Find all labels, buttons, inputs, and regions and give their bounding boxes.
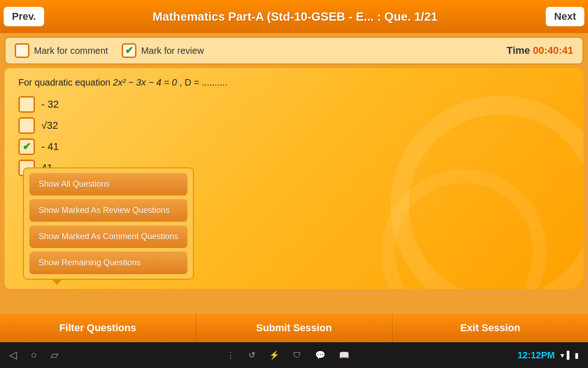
option-3-checkmark-icon: ✔ <box>23 141 31 153</box>
main-content: For quadratic equation 2x² − 3x − 4 = 0 … <box>5 68 583 289</box>
exit-session-button[interactable]: Exit Session <box>393 314 588 342</box>
mark-review-label: Mark for review <box>141 46 204 56</box>
show-all-questions-button[interactable]: Show All Questions <box>29 173 187 196</box>
show-remaining-questions-button[interactable]: Show Remaining Questions <box>29 252 187 274</box>
android-status: 12:12PM ▾ ▌ ▮ <box>517 350 579 361</box>
shield-icon: 🛡 <box>293 351 301 360</box>
android-nav-buttons: ◁ ○ ▱ <box>9 349 58 361</box>
mark-comment-checkbox[interactable] <box>15 43 29 58</box>
android-nav-bar: ◁ ○ ▱ ⋮ ↺ ⚡ 🛡 💬 📖 12:12PM ▾ ▌ ▮ <box>0 342 588 368</box>
bottom-bar: Filter Questions Submit Session Exit Ses… <box>0 314 588 342</box>
mark-comment-label: Mark for comment <box>34 46 108 56</box>
option-1-text: - 32 <box>41 98 59 110</box>
android-center-icons: ⋮ ↺ ⚡ 🛡 💬 📖 <box>226 350 349 360</box>
header: Prev. Mathematics Part-A (Std-10-GSEB - … <box>0 0 588 33</box>
refresh-icon[interactable]: ↺ <box>249 350 255 360</box>
prev-button[interactable]: Prev. <box>4 7 44 26</box>
time-counter: 00:40:41 <box>533 45 573 56</box>
status-time: 12:12PM <box>517 350 554 361</box>
option-3[interactable]: ✔ - 41 <box>18 138 570 155</box>
filter-popup: Show All Questions Show Marked As Review… <box>23 167 194 280</box>
mark-review-checkbox[interactable]: ✔ <box>122 43 136 58</box>
show-comment-questions-button[interactable]: Show Marked As Comment Questions <box>29 225 187 248</box>
usb-icon: ⚡ <box>269 350 279 360</box>
next-button[interactable]: Next <box>546 7 584 26</box>
signal-icon: ▌ <box>567 351 572 359</box>
message-icon: 💬 <box>315 350 325 360</box>
more-options-icon[interactable]: ⋮ <box>226 350 235 360</box>
status-icons: ▾ ▌ ▮ <box>560 351 579 360</box>
option-2[interactable]: √32 <box>18 117 570 134</box>
option-1-checkbox[interactable] <box>18 96 35 113</box>
show-review-questions-button[interactable]: Show Marked As Review Questions <box>29 199 187 222</box>
question-text: For quadratic equation 2x² − 3x − 4 = 0 … <box>18 77 570 88</box>
option-3-checkbox[interactable]: ✔ <box>18 138 35 155</box>
home-icon[interactable]: ○ <box>31 349 37 361</box>
option-2-text: √32 <box>41 120 58 132</box>
time-label: Time <box>507 45 530 56</box>
back-icon[interactable]: ◁ <box>9 349 17 361</box>
mark-group: Mark for comment ✔ Mark for review <box>15 43 204 58</box>
option-3-text: - 41 <box>41 141 59 153</box>
mark-review-item[interactable]: ✔ Mark for review <box>122 43 204 58</box>
recents-icon[interactable]: ▱ <box>51 349 58 361</box>
checkmark-icon: ✔ <box>125 45 133 57</box>
wifi-icon: ▾ <box>560 351 564 360</box>
book-icon: 📖 <box>339 350 349 360</box>
option-1[interactable]: - 32 <box>18 96 570 113</box>
time-display: Time 00:40:41 <box>507 45 573 57</box>
filter-questions-button[interactable]: Filter Questions <box>0 314 196 342</box>
mark-bar: Mark for comment ✔ Mark for review Time … <box>5 37 583 64</box>
submit-session-button[interactable]: Submit Session <box>196 314 392 342</box>
mark-comment-item[interactable]: Mark for comment <box>15 43 108 58</box>
option-2-checkbox[interactable] <box>18 117 35 134</box>
header-title: Mathematics Part-A (Std-10-GSEB - E... :… <box>44 10 546 24</box>
battery-icon: ▮ <box>575 351 579 360</box>
